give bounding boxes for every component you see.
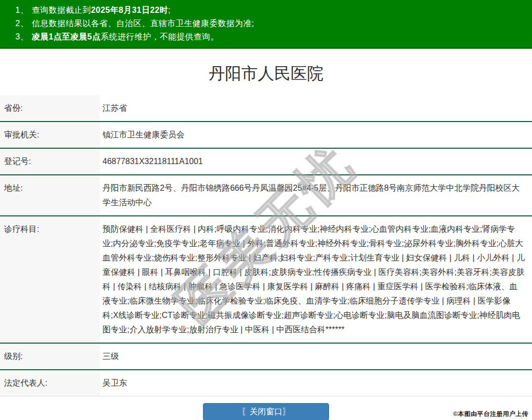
notice-line-1: 1、查询数据截止到2025年8月31日22时; (15, 4, 527, 17)
hospital-info-table: 省份: 江苏省 审批机关: 镇江市卫生健康委员会 登记号: 46877831X3… (0, 95, 532, 396)
row-label: 审批机关: (0, 122, 100, 148)
notice-line-3: 3、凌晨1点至凌晨5点系统进行维护，不能提供查询。 (15, 30, 527, 44)
table-row-legal-representative: 法定代表人: 吴卫东 (0, 370, 532, 396)
notice-line-2-text: 信息数据结果以各省、自治区、直辖市卫生健康委数据为准; (32, 19, 254, 28)
table-row-address: 地址: 丹阳市新民西路2号、丹阳市锦绣路666号丹凤温馨园25#4-5层、丹阳市… (0, 175, 532, 216)
row-value: 吴卫东 (100, 370, 532, 396)
row-value: 预防保健科 | 全科医疗科 | 内科;呼吸内科专业;消化内科专业;神经内科专业;… (100, 216, 532, 343)
notice-line-1-tail: ; (168, 6, 171, 14)
notice-line-3-bold: 凌晨1点至凌晨5点 (32, 32, 100, 41)
page-title: 丹阳市人民医院 (0, 62, 532, 85)
notice-line-1-bold: 2025年8月31日22时 (91, 6, 168, 14)
notice-line-3-number: 3、 (15, 32, 29, 41)
upload-credit-text: ©本图由平台注册用户上传 (453, 410, 528, 418)
notice-line-1-text: 查询数据截止到 (32, 6, 91, 14)
row-label: 诊疗科目: (0, 216, 100, 343)
row-value: 江苏省 (100, 95, 532, 121)
notice-banner: 1、查询数据截止到2025年8月31日22时; 2、信息数据结果以各省、自治区、… (0, 0, 532, 49)
table-row-registration-number: 登记号: 46877831X32118111A1001 (0, 149, 532, 175)
row-label: 省份: (0, 95, 100, 121)
table-row-level: 级别: 三级 (0, 344, 532, 370)
notice-line-2-number: 2、 (15, 19, 29, 28)
notice-line-1-number: 1、 (15, 6, 29, 14)
row-label: 级别: (0, 344, 100, 369)
row-value: 镇江市卫生健康委员会 (100, 122, 532, 148)
row-label: 法定代表人: (0, 370, 100, 396)
table-row-province: 省份: 江苏省 (0, 95, 532, 122)
close-window-button[interactable]: 〖关闭窗口〗 (203, 403, 329, 420)
notice-line-2: 2、信息数据结果以各省、自治区、直辖市卫生健康委数据为准; (15, 17, 527, 30)
row-label: 登记号: (0, 149, 100, 174)
row-label: 地址: (0, 175, 100, 215)
notice-line-3-tail: 系统进行维护，不能提供查询。 (100, 32, 219, 41)
row-value: 丹阳市新民西路2号、丹阳市锦绣路666号丹凤温馨园25#4-5层、丹阳市正德路8… (100, 175, 532, 215)
row-value: 三级 (100, 344, 532, 369)
table-row-clinical-departments: 诊疗科目: 预防保健科 | 全科医疗科 | 内科;呼吸内科专业;消化内科专业;神… (0, 216, 532, 344)
row-value: 46877831X32118111A1001 (100, 149, 532, 174)
table-row-approval-authority: 审批机关: 镇江市卫生健康委员会 (0, 122, 532, 149)
button-bar: 〖关闭窗口〗 (0, 403, 532, 420)
